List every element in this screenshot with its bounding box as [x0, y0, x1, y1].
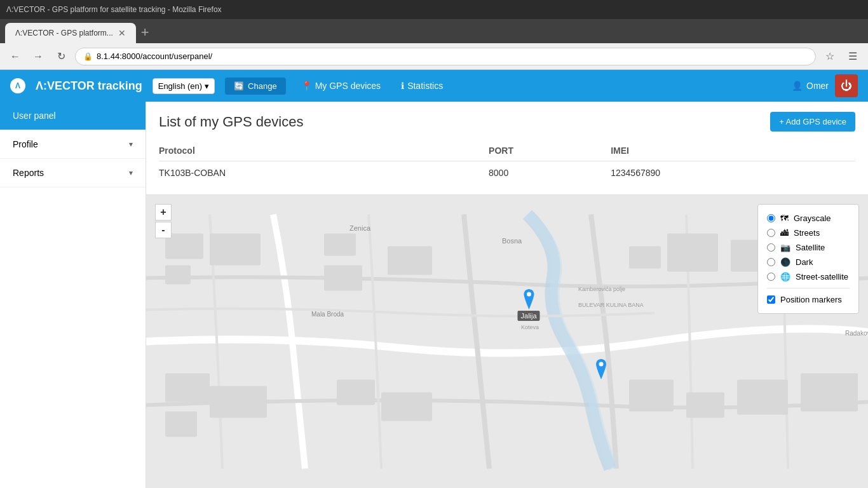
svg-rect-2	[165, 266, 191, 285]
street-sat-icon: 🌐	[780, 272, 790, 281]
sidebar-item-reports[interactable]: Reports ▾	[0, 159, 146, 187]
svg-rect-5	[324, 266, 362, 291]
layer-street-satellite-label: Street-satellite	[796, 272, 848, 281]
gps-list-panel: List of my GPS devices + Add GPS device …	[146, 102, 868, 195]
layer-dark-radio[interactable]	[767, 258, 775, 266]
layer-streets-label: Streets	[794, 228, 820, 238]
layer-street-satellite-radio[interactable]	[767, 273, 775, 281]
zoom-in-button[interactable]: +	[155, 204, 172, 220]
marker-pin-icon-2	[593, 359, 609, 379]
layer-streets[interactable]: 🏙 Streets	[767, 226, 850, 240]
svg-rect-16	[629, 380, 674, 412]
profile-arrow-icon: ▾	[129, 140, 133, 149]
user-name: Omer	[806, 81, 829, 91]
gps-table-body: TK103B-COBAN 8000 1234567890	[159, 161, 855, 185]
layer-satellite-radio[interactable]	[767, 243, 775, 252]
position-markers-checkbox[interactable]	[767, 295, 775, 304]
svg-rect-6	[388, 247, 432, 275]
svg-rect-4	[324, 234, 356, 256]
sidebar-item-userpanel[interactable]: User panel	[0, 102, 146, 130]
svg-rect-8	[667, 234, 718, 272]
main-content: User panel Profile ▾ Reports ▾ List of m…	[0, 102, 868, 488]
map-layers-panel: 🗺 Grayscale 🏙 Streets 📷 Satellite 🌑 Dar	[757, 204, 859, 314]
new-tab-icon[interactable]: +	[136, 24, 154, 41]
map-icon: 🗺	[780, 214, 789, 223]
svg-text:Zenica: Zenica	[349, 224, 371, 232]
layer-grayscale-radio[interactable]	[767, 214, 775, 222]
svg-text:Kamberovića polje: Kamberovića polje	[578, 286, 625, 292]
map-marker-jalija: Jalija	[518, 289, 540, 321]
layer-divider	[767, 288, 850, 288]
address-input[interactable]	[97, 51, 808, 61]
gps-table: Protocol PORT IMEI TK103B-COBAN 8000 123…	[159, 140, 855, 184]
layer-dark[interactable]: 🌑 Dark	[767, 255, 850, 269]
sidebar-userpanel-label: User panel	[13, 111, 56, 121]
app-navbar: Λ Λ:VECTOR tracking English (en) ▾ 🔄 Cha…	[0, 70, 868, 102]
gps-table-header-row: Protocol PORT IMEI	[159, 140, 855, 161]
gps-table-head: Protocol PORT IMEI	[159, 140, 855, 161]
layer-satellite[interactable]: 📷 Satellite	[767, 240, 850, 255]
tab-label: Λ:VECTOR - GPS platform...	[15, 29, 113, 37]
refresh-button[interactable]: ↻	[52, 48, 70, 65]
svg-rect-15	[381, 393, 432, 421]
reports-arrow-icon: ▾	[129, 168, 133, 177]
change-language-button[interactable]: 🔄 Change	[225, 78, 286, 95]
row-port: 8000	[489, 161, 611, 185]
position-markers-label: Position markers	[780, 295, 842, 304]
layer-street-satellite[interactable]: 🌐 Street-satellite	[767, 269, 850, 284]
refresh-icon: 🔄	[234, 81, 244, 91]
svg-text:Bosna: Bosna	[502, 237, 522, 245]
sidebar: User panel Profile ▾ Reports ▾	[0, 102, 146, 488]
gps-icon: 📍	[301, 81, 312, 91]
app-brand: Λ:VECTOR tracking	[36, 79, 142, 93]
col-imei: IMEI	[611, 140, 855, 161]
layer-satellite-label: Satellite	[796, 243, 825, 252]
statistics-link[interactable]: ℹ Statistics	[396, 78, 448, 93]
gps-devices-link[interactable]: 📍 My GPS devices	[296, 78, 386, 93]
layer-streets-radio[interactable]	[767, 229, 775, 237]
brand-icon: Λ	[10, 78, 25, 93]
lang-label: English (en)	[158, 81, 202, 91]
sidebar-item-profile[interactable]: Profile ▾	[0, 130, 146, 159]
table-row: TK103B-COBAN 8000 1234567890	[159, 161, 855, 185]
position-markers-option[interactable]: Position markers	[767, 292, 850, 307]
menu-button[interactable]: ☰	[844, 48, 862, 65]
col-protocol: Protocol	[159, 140, 489, 161]
user-info: 👤 Omer	[792, 81, 829, 91]
svg-text:Mala Broda: Mala Broda	[311, 311, 344, 318]
svg-text:Radakovo: Radakovo	[845, 330, 868, 337]
layer-grayscale[interactable]: 🗺 Grayscale	[767, 211, 850, 226]
svg-point-27	[527, 292, 531, 297]
gps-list-header: List of my GPS devices + Add GPS device	[159, 112, 855, 132]
zoom-out-button[interactable]: -	[155, 222, 172, 238]
language-selector[interactable]: English (en) ▾	[153, 78, 215, 94]
title-bar: Λ:VECTOR - GPS platform for satellite tr…	[0, 0, 868, 19]
col-port: PORT	[489, 140, 611, 161]
svg-rect-18	[737, 380, 788, 415]
bookmark-button[interactable]: ☆	[821, 48, 839, 65]
svg-rect-19	[801, 374, 858, 412]
marker-label-jalija: Jalija	[518, 311, 540, 321]
tab-close-icon[interactable]: ✕	[118, 28, 126, 38]
lang-dropdown-icon: ▾	[205, 81, 209, 91]
forward-button[interactable]: →	[29, 48, 47, 65]
svg-rect-12	[165, 412, 197, 437]
nav-bar: ← → ↻ 🔒 ☆ ☰	[0, 43, 868, 70]
page-title: List of my GPS devices	[159, 114, 303, 130]
camera-icon: 📷	[780, 243, 790, 252]
lock-icon: 🔒	[83, 52, 93, 61]
add-gps-device-button[interactable]: + Add GPS device	[770, 112, 855, 132]
layer-dark-label: Dark	[796, 257, 813, 267]
map-area[interactable]: Zenica Mala Broda Bosna Radakovo Koteva …	[146, 195, 868, 488]
active-tab[interactable]: Λ:VECTOR - GPS platform... ✕	[5, 23, 136, 43]
row-protocol: TK103B-COBAN	[159, 161, 489, 185]
logout-button[interactable]: ⏻	[835, 74, 858, 97]
svg-point-28	[599, 362, 603, 367]
map-marker-2	[593, 359, 609, 379]
svg-rect-3	[210, 234, 261, 266]
back-button[interactable]: ←	[6, 48, 24, 65]
svg-rect-17	[686, 393, 724, 418]
map-zoom-controls: + -	[155, 204, 172, 238]
marker-pin-icon	[521, 289, 536, 309]
streets-icon: 🏙	[780, 228, 789, 238]
